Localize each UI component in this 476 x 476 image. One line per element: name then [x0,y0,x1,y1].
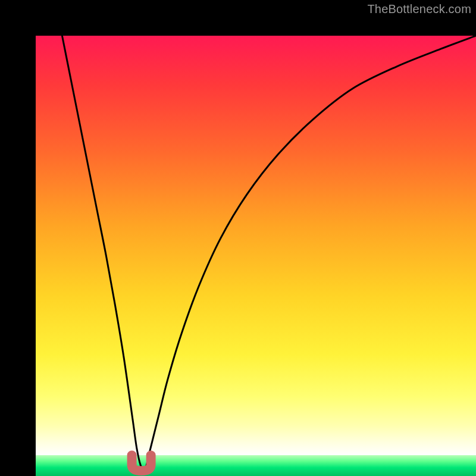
chart-frame [0,0,476,476]
curve-layer [36,36,476,476]
bottleneck-curve [62,36,476,469]
optimum-marker [132,455,151,471]
watermark-text: TheBottleneck.com [367,2,471,16]
plot-area [36,36,476,476]
